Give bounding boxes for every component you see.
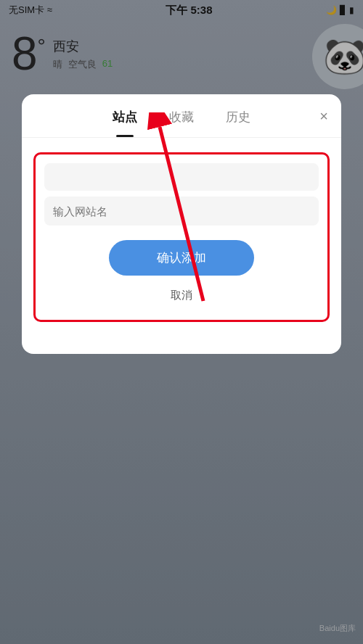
close-button[interactable]: ×	[319, 109, 328, 123]
site-name-input[interactable]	[53, 205, 310, 218]
confirm-button[interactable]: 确认添加	[109, 240, 254, 276]
tab-history[interactable]: 历史	[210, 109, 266, 125]
modal-dialog: 站点 收藏 历史 × 确认添加 取消	[22, 94, 341, 354]
modal-form: 确认添加 取消	[33, 152, 330, 322]
modal-tabs: 站点 收藏 历史 ×	[22, 94, 341, 138]
tab-sites[interactable]: 站点	[97, 109, 153, 125]
site-name-input-wrapper[interactable]	[44, 197, 319, 226]
tab-favorites[interactable]: 收藏	[153, 109, 210, 125]
url-input-area	[44, 163, 319, 191]
cancel-button[interactable]: 取消	[44, 286, 319, 305]
modal-overlay: 站点 收藏 历史 × 确认添加 取消	[0, 0, 363, 644]
